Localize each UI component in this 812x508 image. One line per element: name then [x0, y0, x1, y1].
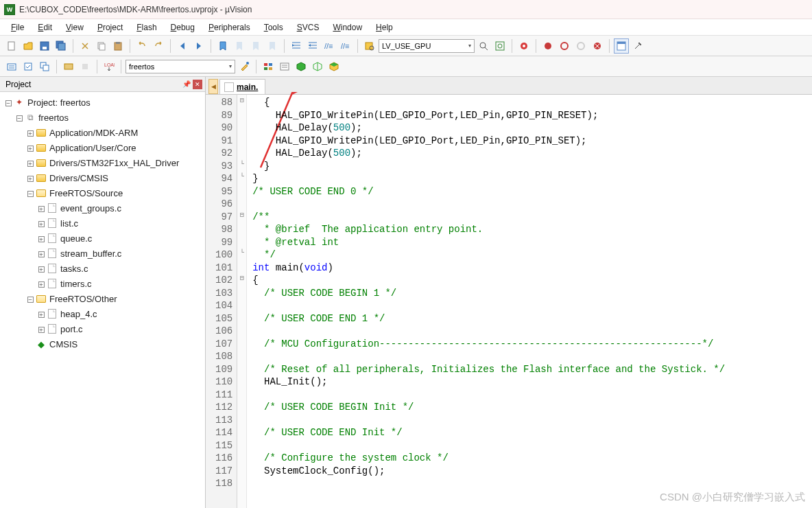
menu-edit[interactable]: Edit: [32, 21, 58, 34]
config-icon[interactable]: [630, 38, 645, 54]
svg-rect-35: [269, 67, 272, 70]
svg-rect-32: [264, 63, 267, 66]
find-in-files-icon[interactable]: [362, 38, 377, 54]
code-editor[interactable]: 8889909192939495969798991001011021031041…: [206, 95, 812, 508]
tree-item[interactable]: +Application/MDK-ARM: [1, 125, 204, 140]
menu-tools[interactable]: Tools: [259, 21, 289, 34]
tree-item[interactable]: +stream_buffer.c: [1, 246, 204, 261]
window-layout-icon[interactable]: [614, 38, 629, 54]
tree-item[interactable]: +Drivers/STM32F1xx_HAL_Driver: [1, 155, 204, 170]
tree-item[interactable]: +tasks.c: [1, 261, 204, 276]
tree-item[interactable]: −⧉freertos: [1, 110, 204, 125]
indent-icon[interactable]: [289, 38, 304, 54]
tree-item[interactable]: ◆CMSIS: [1, 336, 204, 351]
nav-back-icon[interactable]: [175, 38, 190, 54]
redo-icon[interactable]: [151, 38, 166, 54]
toolbar-main: //≡ //≡ LV_USE_GPU▾: [0, 36, 812, 56]
uncomment-icon[interactable]: //≡: [338, 38, 353, 54]
comment-icon[interactable]: //≡: [322, 38, 337, 54]
app-icon: W: [4, 4, 15, 15]
menu-debug[interactable]: Debug: [165, 21, 200, 34]
incremental-find-icon[interactable]: [492, 38, 508, 54]
toolbar-build: LOAD freertos▾: [0, 56, 812, 77]
svg-rect-4: [58, 43, 65, 50]
translate-icon[interactable]: [4, 59, 19, 74]
breakpoint-insert-icon[interactable]: [540, 38, 556, 54]
tree-item[interactable]: −FreeRTOS/Other: [1, 291, 204, 306]
find-icon[interactable]: [476, 38, 491, 54]
svg-rect-14: [496, 42, 504, 50]
pack-installer-icon[interactable]: [294, 59, 309, 74]
svg-point-31: [246, 62, 249, 65]
books-icon[interactable]: [310, 59, 325, 74]
save-icon[interactable]: [37, 38, 52, 54]
outdent-icon[interactable]: [305, 38, 320, 54]
svg-rect-27: [43, 65, 49, 71]
bookmark-prev-icon[interactable]: [232, 38, 247, 54]
svg-rect-34: [264, 67, 267, 70]
menu-file[interactable]: File: [5, 21, 29, 34]
open-icon[interactable]: [21, 38, 36, 54]
svg-point-17: [523, 45, 525, 47]
build-icon[interactable]: [21, 59, 36, 74]
window-title: E:\CUBOX_CODE\freertos\MDK-ARM\freertos.…: [19, 5, 252, 14]
manage-project-icon[interactable]: [261, 59, 276, 74]
menu-flash[interactable]: Flash: [131, 21, 162, 34]
menu-window[interactable]: Window: [327, 21, 368, 34]
undo-icon[interactable]: [134, 38, 150, 54]
menu-peripherals[interactable]: Peripherals: [203, 21, 256, 34]
stop-build-icon[interactable]: [77, 59, 93, 74]
breakpoint-disable-icon[interactable]: [573, 38, 588, 54]
menu-view[interactable]: View: [60, 21, 89, 34]
cut-icon[interactable]: [77, 38, 93, 54]
svg-rect-2: [43, 47, 47, 49]
copy-icon[interactable]: [94, 38, 109, 54]
svg-rect-29: [82, 64, 88, 69]
tab-scroll-left[interactable]: ◀: [208, 79, 218, 94]
debug-icon[interactable]: [516, 38, 532, 54]
tree-item[interactable]: +Drivers/CMSIS: [1, 170, 204, 185]
runtime-env-icon[interactable]: [326, 59, 342, 74]
file-icon: [224, 82, 234, 92]
svg-point-20: [577, 43, 584, 49]
svg-rect-0: [8, 42, 14, 50]
svg-rect-23: [617, 42, 625, 44]
tree-item[interactable]: +list.c: [1, 216, 204, 231]
svg-text:LOAD: LOAD: [104, 62, 115, 67]
rebuild-icon[interactable]: [37, 59, 52, 74]
target-combo[interactable]: freertos▾: [126, 60, 235, 73]
svg-point-15: [498, 44, 502, 48]
search-combo[interactable]: LV_USE_GPU▾: [379, 39, 475, 53]
editor-tab-main[interactable]: main.: [219, 79, 265, 94]
pin-icon[interactable]: 📌: [182, 80, 191, 89]
batch-build-icon[interactable]: [61, 59, 76, 74]
close-icon[interactable]: ✕: [193, 80, 202, 89]
bookmark-next-icon[interactable]: [248, 38, 263, 54]
tree-item[interactable]: +event_groups.c: [1, 200, 204, 216]
tree-item[interactable]: +heap_4.c: [1, 306, 204, 321]
tree-item[interactable]: −FreeRTOS/Source: [1, 185, 204, 200]
menu-bar: FileEditViewProjectFlashDebugPeripherals…: [0, 19, 812, 36]
svg-point-18: [545, 43, 551, 49]
save-all-icon[interactable]: [53, 38, 69, 54]
breakpoint-kill-icon[interactable]: [590, 38, 605, 54]
tree-item[interactable]: +Application/User/Core: [1, 140, 204, 155]
tree-item[interactable]: +timers.c: [1, 276, 204, 291]
menu-svcs[interactable]: SVCS: [291, 21, 325, 34]
bookmark-icon[interactable]: [215, 38, 230, 54]
menu-project[interactable]: Project: [92, 21, 128, 34]
new-file-icon[interactable]: [4, 38, 19, 54]
tree-item[interactable]: +queue.c: [1, 231, 204, 246]
nav-forward-icon[interactable]: [191, 38, 206, 54]
breakpoint-enable-icon[interactable]: [557, 38, 572, 54]
project-tree[interactable]: −✦Project: freertos−⧉freertos+Applicatio…: [0, 92, 205, 508]
tree-item[interactable]: −✦Project: freertos: [1, 95, 204, 110]
manage-multi-icon[interactable]: [277, 59, 292, 74]
menu-help[interactable]: Help: [370, 21, 398, 34]
download-icon[interactable]: LOAD: [102, 59, 117, 74]
target-options-icon[interactable]: [237, 59, 252, 74]
bookmark-clear-icon[interactable]: [265, 38, 280, 54]
svg-rect-36: [280, 63, 289, 70]
tree-item[interactable]: +port.c: [1, 321, 204, 336]
paste-icon[interactable]: [110, 38, 126, 54]
